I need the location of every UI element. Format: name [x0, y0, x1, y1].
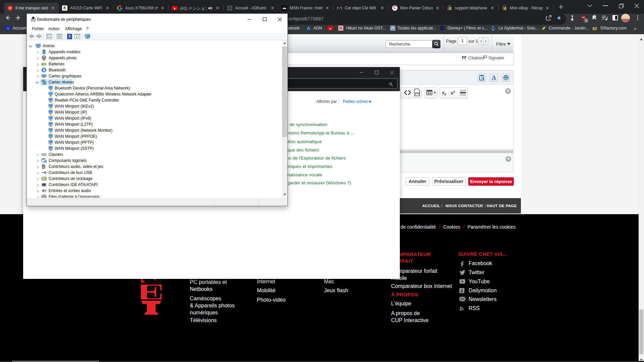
svg-text:php: php: [415, 92, 420, 95]
svg-text:d: d: [461, 289, 463, 293]
svg-text:?: ?: [68, 35, 71, 39]
